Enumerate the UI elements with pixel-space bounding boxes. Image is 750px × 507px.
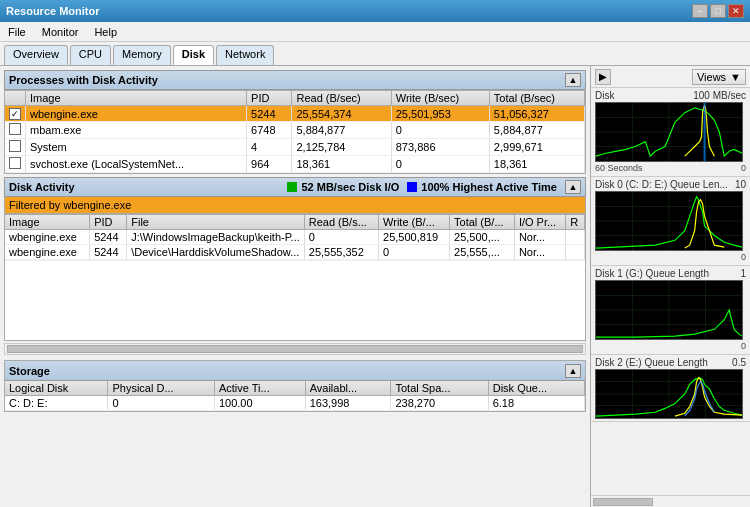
- scroll-thumb[interactable]: [7, 345, 583, 353]
- table-row[interactable]: wbengine.exe 5244 25,554,374 25,501,953 …: [5, 106, 585, 122]
- disk0-chart: [595, 191, 743, 251]
- menu-bar: File Monitor Help: [0, 22, 750, 42]
- right-panel-scrollbar[interactable]: [591, 495, 750, 507]
- row-image: wbengine.exe: [26, 106, 247, 122]
- disk-processes-title: Processes with Disk Activity: [9, 74, 158, 86]
- tab-network[interactable]: Network: [216, 45, 274, 65]
- views-label: Views: [697, 71, 726, 83]
- row-total: 18,361: [489, 156, 584, 173]
- row-image: System: [26, 139, 247, 156]
- storage-title: Storage: [9, 365, 50, 377]
- tab-disk[interactable]: Disk: [173, 45, 214, 65]
- disk-main-label-text: Disk: [595, 90, 614, 101]
- col-check: [5, 91, 26, 106]
- table-row[interactable]: System 4 2,125,784 873,886 2,999,671: [5, 139, 585, 156]
- row-da-image: wbengine.exe: [5, 230, 90, 245]
- col-st-available[interactable]: Availabl...: [305, 381, 391, 396]
- row-total: 2,999,671: [489, 139, 584, 156]
- row-st-physical: 0: [108, 396, 215, 411]
- col-st-logical[interactable]: Logical Disk: [5, 381, 108, 396]
- tab-memory[interactable]: Memory: [113, 45, 171, 65]
- disk-activity-collapse[interactable]: ▲: [565, 180, 581, 194]
- menu-help[interactable]: Help: [90, 25, 121, 39]
- disk1-sub-label: 0: [595, 340, 746, 352]
- row-write: 25,501,953: [391, 106, 489, 122]
- disk1-chart-label: Disk 1 (G:) Queue Length 1: [595, 268, 746, 279]
- row-st-total: 238,270: [391, 396, 488, 411]
- col-image[interactable]: Image: [26, 91, 247, 106]
- table-row[interactable]: C: D: E: 0 100.00 163,998 238,270 6.18: [5, 396, 585, 411]
- row-da-file: \Device\HarddiskVolumeShadow...: [127, 245, 305, 260]
- app-title: Resource Monitor: [6, 5, 100, 17]
- disk0-sub-label: 0: [595, 251, 746, 263]
- disk-activity-table-container: Image PID File Read (B/s... Write (B/...…: [4, 214, 586, 341]
- window-controls: − □ ✕: [692, 4, 744, 18]
- row-da-read: 0: [304, 230, 378, 245]
- row-da-write: 0: [379, 245, 450, 260]
- col-da-total[interactable]: Total (B/...: [450, 215, 515, 230]
- storage-collapse[interactable]: ▲: [565, 364, 581, 378]
- menu-monitor[interactable]: Monitor: [38, 25, 83, 39]
- disk-main-chart: [595, 102, 743, 162]
- row-da-pid: 5244: [90, 230, 127, 245]
- col-da-r[interactable]: R: [566, 215, 585, 230]
- col-da-file[interactable]: File: [127, 215, 305, 230]
- table-row[interactable]: mbam.exe 6748 5,884,877 0 5,884,877: [5, 122, 585, 139]
- disk0-label-text: Disk 0 (C: D: E:) Queue Len...: [595, 179, 728, 190]
- disk-main-sub-label: 60 Seconds 0: [595, 162, 746, 174]
- col-st-total[interactable]: Total Spa...: [391, 381, 488, 396]
- row-da-io: Nor...: [514, 245, 565, 260]
- disk-processes-collapse[interactable]: ▲: [565, 73, 581, 87]
- row-check: [5, 156, 26, 173]
- table-row[interactable]: svchost.exe (LocalSystemNet... 964 18,36…: [5, 156, 585, 173]
- col-da-pid[interactable]: PID: [90, 215, 127, 230]
- disk1-value: 1: [740, 268, 746, 279]
- col-da-read[interactable]: Read (B/s...: [304, 215, 378, 230]
- disk-activity-title: Disk Activity: [9, 181, 75, 193]
- col-da-write[interactable]: Write (B/...: [379, 215, 450, 230]
- disk2-chart: [595, 369, 743, 419]
- row-da-total: 25,555,...: [450, 245, 515, 260]
- close-button[interactable]: ✕: [728, 4, 744, 18]
- table-row[interactable]: wbengine.exe 5244 \Device\HarddiskVolume…: [5, 245, 585, 260]
- sixty-seconds-label: 60 Seconds: [595, 163, 643, 173]
- tab-cpu[interactable]: CPU: [70, 45, 111, 65]
- menu-file[interactable]: File: [4, 25, 30, 39]
- green-square-icon: [287, 182, 297, 192]
- col-read[interactable]: Read (B/sec): [292, 91, 391, 106]
- row-total: 51,056,327: [489, 106, 584, 122]
- row-pid: 964: [247, 156, 292, 173]
- disk0-chart-section: Disk 0 (C: D: E:) Queue Len... 10: [591, 177, 750, 266]
- col-write[interactable]: Write (B/sec): [391, 91, 489, 106]
- views-dropdown-icon: ▼: [730, 71, 741, 83]
- views-button[interactable]: Views ▼: [692, 69, 746, 85]
- disk1-chart: [595, 280, 743, 340]
- disk-processes-table: Image PID Read (B/sec) Write (B/sec) Tot…: [5, 91, 585, 173]
- col-da-io[interactable]: I/O Pr...: [514, 215, 565, 230]
- col-pid[interactable]: PID: [247, 91, 292, 106]
- row-st-available: 163,998: [305, 396, 391, 411]
- right-scroll-thumb[interactable]: [593, 498, 653, 506]
- disk0-svg: [596, 192, 742, 250]
- disk2-label-text: Disk 2 (E:) Queue Length: [595, 357, 708, 368]
- disk-active-info: 100% Highest Active Time: [407, 181, 557, 193]
- row-total: 5,884,877: [489, 122, 584, 139]
- table-row[interactable]: wbengine.exe 5244 J:\WindowsImageBackup\…: [5, 230, 585, 245]
- maximize-button[interactable]: □: [710, 4, 726, 18]
- disk-main-svg: [596, 103, 742, 161]
- disk-io-info: 52 MB/sec Disk I/O: [287, 181, 399, 193]
- col-st-active[interactable]: Active Ti...: [214, 381, 305, 396]
- tab-overview[interactable]: Overview: [4, 45, 68, 65]
- minimize-button[interactable]: −: [692, 4, 708, 18]
- col-total[interactable]: Total (B/sec): [489, 91, 584, 106]
- horizontal-scrollbar[interactable]: [4, 343, 586, 355]
- row-pid: 4: [247, 139, 292, 156]
- row-da-write: 25,500,819: [379, 230, 450, 245]
- disk2-chart-section: Disk 2 (E:) Queue Length 0.5: [591, 355, 750, 422]
- disk-activity-header: Disk Activity 52 MB/sec Disk I/O 100% Hi…: [4, 177, 586, 197]
- col-st-physical[interactable]: Physical D...: [108, 381, 215, 396]
- col-da-image[interactable]: Image: [5, 215, 90, 230]
- col-st-queue[interactable]: Disk Que...: [488, 381, 584, 396]
- row-check: [5, 106, 26, 122]
- expand-button[interactable]: ▶: [595, 69, 611, 85]
